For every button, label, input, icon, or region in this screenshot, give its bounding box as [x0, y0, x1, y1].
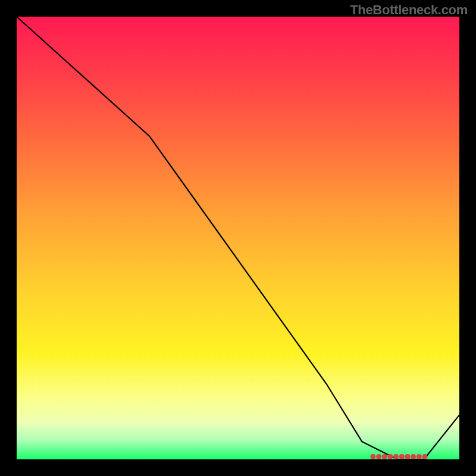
watermark-text: TheBottleneck.com: [350, 2, 468, 18]
marker-dot: [405, 454, 411, 459]
marker-dot: [382, 454, 387, 459]
marker-cluster: [370, 454, 427, 459]
marker-dot: [422, 454, 428, 459]
marker-dot: [411, 454, 416, 459]
marker-dot: [370, 454, 375, 459]
chart-frame: TheBottleneck.com: [0, 0, 476, 476]
marker-dot: [393, 454, 399, 459]
plot-area: [17, 17, 459, 459]
marker-dot: [376, 454, 381, 459]
marker-dot: [399, 454, 405, 459]
marker-dot: [416, 454, 422, 459]
marker-dot: [387, 454, 393, 459]
line-svg: [17, 17, 459, 459]
main-line: [17, 17, 459, 459]
